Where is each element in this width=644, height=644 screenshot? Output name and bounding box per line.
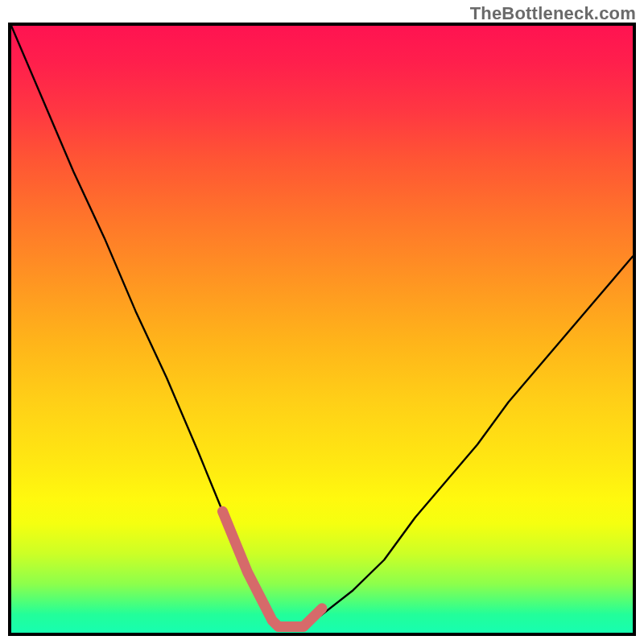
bottleneck-curve	[11, 26, 633, 627]
attribution-text: TheBottleneck.com	[470, 3, 636, 24]
plot-svg	[11, 26, 633, 633]
optimal-band-marker	[223, 511, 323, 626]
chart-container: TheBottleneck.com	[0, 0, 644, 644]
plot-frame	[8, 23, 636, 636]
